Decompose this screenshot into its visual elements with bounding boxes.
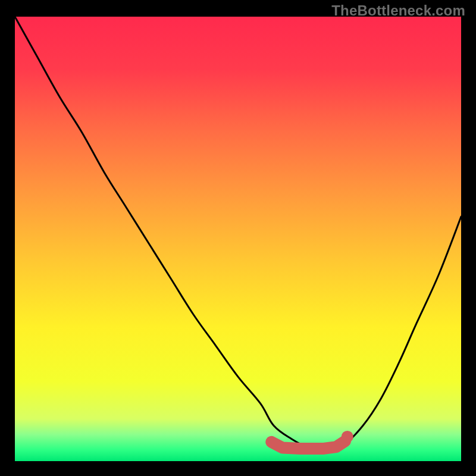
plot-area: [15, 17, 461, 461]
optimal-range-end-dot: [342, 431, 353, 443]
bottleneck-chart: [15, 17, 461, 461]
watermark-text: TheBottleneck.com: [331, 2, 465, 19]
gradient-background: [15, 17, 461, 461]
chart-container: TheBottleneck.com: [0, 0, 476, 476]
